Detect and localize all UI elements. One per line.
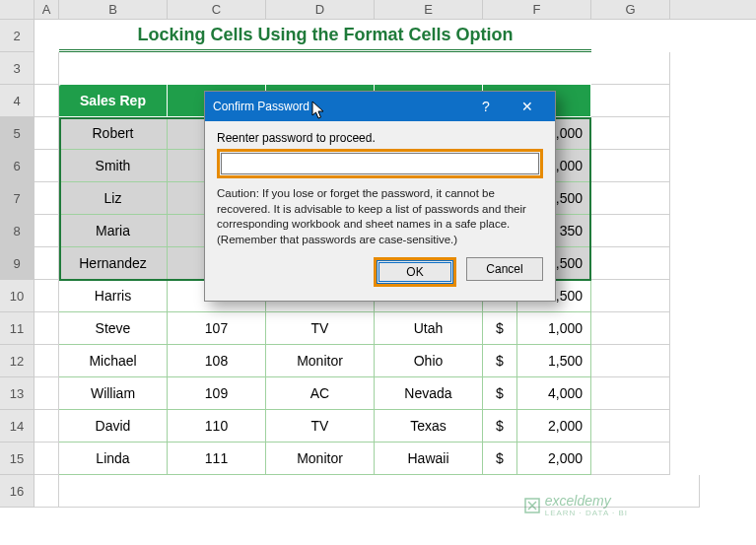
cell-d[interactable]: Monitor [266,345,375,377]
cell-rep[interactable]: William [59,377,168,410]
cell-sales[interactable]: 4,000 [517,377,591,410]
cell-rep[interactable]: Harris [59,280,168,312]
cell-sales[interactable]: 2,000 [517,443,591,475]
select-all-corner[interactable] [0,0,34,19]
confirm-password-dialog: Confirm Password ? ✕ Reenter password to… [204,91,556,302]
cell-e[interactable]: Texas [375,410,483,443]
dialog-help-button[interactable]: ? [466,92,506,121]
ok-button[interactable]: OK [377,260,453,284]
col-header-B[interactable]: B [59,0,168,19]
col-header-C[interactable]: C [168,0,266,19]
row-header[interactable]: 5 [0,117,34,150]
cell-rep[interactable]: Michael [59,345,168,377]
col-header-D[interactable]: D [266,0,375,19]
row-header[interactable]: 14 [0,410,34,443]
row-header[interactable]: 7 [0,182,34,215]
table-row: 11 Steve 107 TV Utah $ 1,000 [0,312,756,345]
header-sales-rep[interactable]: Sales Rep [59,85,168,117]
cell-sales[interactable]: 1,500 [517,345,591,377]
row-header[interactable]: 3 [0,52,34,85]
cancel-button[interactable]: Cancel [466,257,543,281]
cell-rep[interactable]: Robert [59,117,168,150]
row-header[interactable]: 8 [0,215,34,247]
cell-rep[interactable]: Steve [59,312,168,345]
cell-e[interactable]: Utah [375,312,483,345]
watermark-brand: exceldemy [545,493,611,509]
cell-c[interactable]: 108 [168,345,266,377]
row-header[interactable]: 13 [0,377,34,410]
row-header[interactable]: 2 [0,20,34,52]
cell-d[interactable]: Monitor [266,443,375,475]
cell-rep[interactable]: Liz [59,182,168,215]
cell-rep[interactable]: David [59,410,168,443]
table-row: 15 Linda 111 Monitor Hawaii $ 2,000 [0,443,756,475]
reenter-password-label: Reenter password to proceed. [217,131,543,145]
cell-e[interactable]: Ohio [375,345,483,377]
cell-c[interactable]: 107 [168,312,266,345]
cell-rep[interactable]: Linda [59,443,168,475]
cell-c[interactable]: 109 [168,377,266,410]
col-header-F[interactable]: F [483,0,591,19]
cell-currency[interactable]: $ [483,443,517,475]
cell-currency[interactable]: $ [483,345,517,377]
dialog-title-text: Confirm Password [213,100,309,113]
watermark-icon [523,497,541,514]
row-header[interactable]: 16 [0,475,34,508]
cell-c[interactable]: 111 [168,443,266,475]
cell-sales[interactable]: 2,000 [517,410,591,443]
empty-row: 16 [0,475,756,508]
cell[interactable] [591,20,670,52]
dialog-titlebar[interactable]: Confirm Password ? ✕ [205,92,555,121]
row-header[interactable]: 9 [0,247,34,280]
cell-sales[interactable]: 1,000 [517,312,591,345]
column-headers: A B C D E F G [0,0,756,20]
row-header[interactable]: 6 [0,150,34,182]
col-header-G[interactable]: G [591,0,670,19]
title-row: 2 Locking Cells Using the Format Cells O… [0,20,756,52]
row-header[interactable]: 4 [0,85,34,117]
cell-e[interactable]: Hawaii [375,443,483,475]
row-header[interactable]: 11 [0,312,34,345]
caution-text: Caution: If you lose or forget the passw… [217,186,543,247]
col-header-E[interactable]: E [375,0,483,19]
cell-c[interactable]: 110 [168,410,266,443]
dialog-close-button[interactable]: ✕ [508,92,547,121]
cell-e[interactable]: Nevada [375,377,483,410]
col-header-A[interactable]: A [34,0,59,19]
ok-button-highlight: OK [374,257,456,287]
spacer-row: 3 [0,52,756,85]
password-input-highlight [217,149,543,178]
cell-currency[interactable]: $ [483,312,517,345]
row-header[interactable]: 10 [0,280,34,312]
cell-rep[interactable]: Maria [59,215,168,247]
cell-currency[interactable]: $ [483,377,517,410]
cell-rep[interactable]: Hernandez [59,247,168,280]
cell-currency[interactable]: $ [483,410,517,443]
page-title[interactable]: Locking Cells Using the Format Cells Opt… [59,20,591,52]
row-header[interactable]: 12 [0,345,34,377]
cell[interactable] [34,20,59,52]
row-header[interactable]: 15 [0,443,34,475]
cell-rep[interactable]: Smith [59,150,168,182]
watermark-tag: LEARN · DATA · BI [545,509,628,517]
table-row: 14 David 110 TV Texas $ 2,000 [0,410,756,443]
table-row: 12 Michael 108 Monitor Ohio $ 1,500 [0,345,756,377]
password-input[interactable] [221,153,539,174]
watermark: exceldemy LEARN · DATA · BI [523,493,628,517]
cell-d[interactable]: TV [266,312,375,345]
cell-d[interactable]: TV [266,410,375,443]
cell-d[interactable]: AC [266,377,375,410]
table-row: 13 William 109 AC Nevada $ 4,000 [0,377,756,410]
